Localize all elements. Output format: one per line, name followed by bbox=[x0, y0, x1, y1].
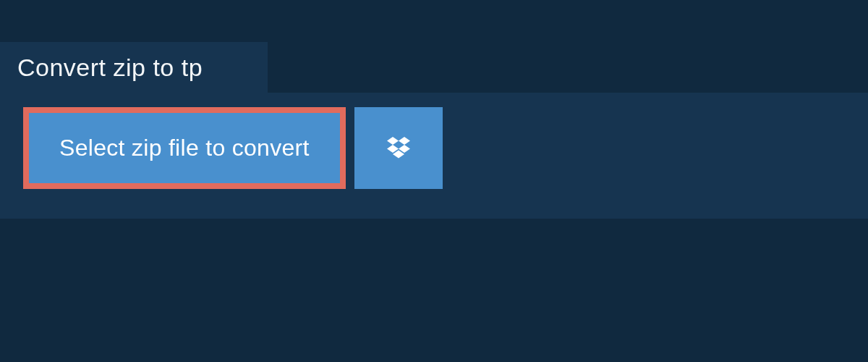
svg-marker-0 bbox=[387, 137, 399, 145]
svg-marker-1 bbox=[399, 137, 410, 145]
select-file-label: Select zip file to convert bbox=[59, 135, 310, 161]
action-row: Select zip file to convert bbox=[23, 107, 443, 189]
select-file-button[interactable]: Select zip file to convert bbox=[29, 113, 340, 183]
select-file-highlight: Select zip file to convert bbox=[23, 107, 346, 189]
tab-header: Convert zip to tp bbox=[0, 42, 268, 95]
dropbox-icon bbox=[384, 134, 413, 163]
page-title: Convert zip to tp bbox=[17, 54, 247, 82]
converter-panel: Select zip file to convert bbox=[0, 93, 868, 219]
dropbox-button[interactable] bbox=[354, 107, 443, 189]
